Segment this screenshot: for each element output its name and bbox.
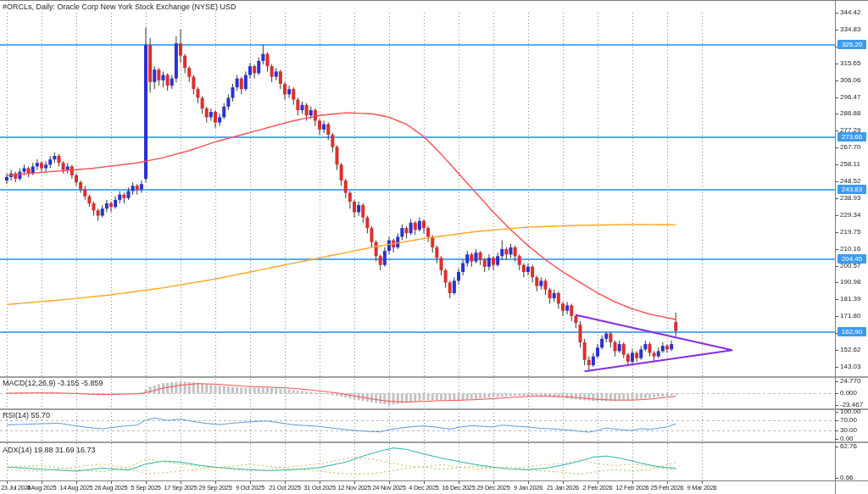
chart-canvas[interactable] — [0, 1, 868, 494]
price-tick-label: 258.11 — [840, 160, 860, 168]
date-tick-label: 26 Aug 2025 — [95, 484, 128, 491]
date-tick-label: 12 Nov 2025 — [337, 484, 370, 491]
date-tick-label: 16 Dec 2025 — [442, 484, 475, 491]
date-tick-label: 2 Feb 2026 — [583, 484, 613, 491]
price-tick-label: 171.80 — [840, 312, 860, 319]
price-tick-label: 143.03 — [840, 363, 860, 370]
date-tick-label: 21 Jan 2026 — [547, 484, 579, 491]
date-tick-label: 5 Sep 2025 — [131, 484, 160, 491]
chart-title: #ORCLs, Daily: Oracle Corp New York Stoc… — [3, 3, 236, 11]
price-tick-label: 238.93 — [840, 194, 860, 202]
date-tick-label: 12 Feb 2026 — [616, 484, 649, 491]
price-tick-label: 152.62 — [840, 346, 860, 353]
adx-axis-label: 62.76 — [840, 442, 857, 450]
price-tick-label: 344.42 — [840, 8, 860, 16]
date-tick-label: 17 Sep 2025 — [164, 484, 197, 491]
price-level-tag[interactable]: 243.83 — [837, 185, 866, 194]
date-tick-label: 9 Jan 2026 — [514, 484, 542, 491]
price-tick-label: 306.06 — [840, 76, 860, 84]
date-tick-label: 29 Sep 2025 — [198, 484, 231, 491]
price-tick-label: 315.65 — [840, 59, 860, 67]
adx-indicator-label: ADX(14) 19.88 31.69 16.73 — [3, 446, 96, 454]
price-tick-label: 296.47 — [840, 93, 860, 101]
price-tick-label: 219.75 — [840, 228, 860, 236]
chart-window: #ORCLs, Daily: Oracle Corp New York Stoc… — [0, 0, 868, 494]
price-tick-label: 181.39 — [840, 295, 860, 303]
date-tick-label: 24 Nov 2025 — [372, 484, 405, 491]
date-tick-label: 31 Oct 2025 — [303, 484, 336, 491]
date-tick-label: 4 Aug 2025 — [27, 484, 57, 491]
date-tick-label: 9 Mar 2026 — [687, 484, 717, 491]
date-tick-label: 29 Dec 2025 — [476, 484, 509, 491]
price-level-tag[interactable]: 273.66 — [837, 132, 866, 142]
price-tick-label: 334.83 — [840, 25, 860, 33]
rsi-indicator-label: RSI(14) 55.70 — [3, 411, 50, 419]
price-level-tag[interactable]: 326.20 — [837, 40, 866, 49]
price-tick-label: 267.70 — [840, 143, 860, 151]
rsi-axis-label: 70.00 — [840, 416, 857, 424]
rsi-axis-label: 100.00 — [840, 408, 860, 415]
macd-axis-label: 24.770 — [840, 377, 860, 385]
date-tick-label: 14 Aug 2025 — [60, 484, 93, 491]
date-tick-label: 4 Dec 2025 — [409, 484, 438, 491]
price-level-tag[interactable]: 162.90 — [837, 327, 866, 336]
macd-indicator-label: MACD(12,26,9) -3.155 -5.859 — [3, 379, 103, 387]
date-tick-label: 9 Oct 2025 — [236, 484, 264, 491]
price-tick-label: 210.16 — [840, 245, 860, 253]
price-tick-label: 286.88 — [840, 109, 860, 117]
macd-axis-label: 0.000 — [840, 389, 857, 397]
price-tick-label: 190.98 — [840, 278, 860, 286]
rsi-axis-label: 0.00 — [840, 435, 854, 442]
rsi-axis-label: 30.00 — [840, 426, 857, 434]
price-tick-label: 229.34 — [840, 211, 860, 219]
date-tick-label: 21 Oct 2025 — [269, 484, 301, 491]
price-level-tag[interactable]: 204.45 — [837, 254, 866, 264]
price-tick-label: 248.52 — [840, 177, 860, 185]
adx-axis-label: 0.66 — [840, 474, 854, 481]
date-tick-label: 25 Feb 2026 — [651, 484, 684, 491]
